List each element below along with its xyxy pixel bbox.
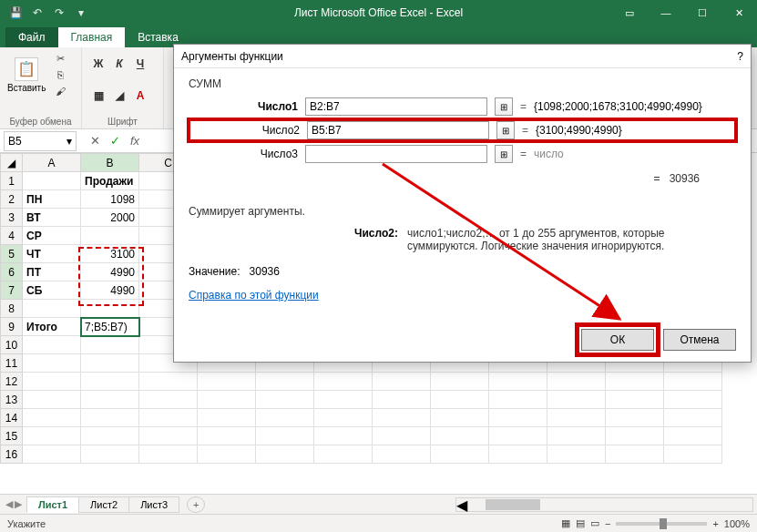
row-header-6[interactable]: 6	[1, 263, 23, 281]
dialog-help-icon[interactable]: ?	[737, 50, 743, 63]
col-header-b[interactable]: B	[81, 154, 139, 172]
save-icon[interactable]: 💾	[7, 5, 24, 21]
row-header-7[interactable]: 7	[1, 281, 23, 300]
minimize-icon[interactable]: —	[648, 0, 684, 26]
scrollbar-thumb[interactable]	[486, 499, 540, 510]
view-normal-icon[interactable]: ▦	[561, 517, 570, 529]
cell[interactable]	[23, 373, 81, 391]
row-header-8[interactable]: 8	[1, 300, 23, 318]
row-header-10[interactable]: 10	[1, 336, 23, 354]
cell[interactable]	[489, 391, 547, 409]
row-header-11[interactable]: 11	[1, 354, 23, 373]
row-header-1[interactable]: 1	[1, 172, 23, 190]
cell[interactable]	[547, 409, 606, 427]
name-box[interactable]: B5 ▾	[4, 131, 77, 151]
view-break-icon[interactable]: ▭	[590, 517, 599, 529]
arg2-refedit-icon[interactable]: ⊞	[496, 121, 515, 139]
row-header-2[interactable]: 2	[1, 190, 23, 209]
cell[interactable]	[489, 373, 547, 391]
cell[interactable]	[606, 409, 664, 427]
help-link[interactable]: Справка по этой функции	[189, 289, 736, 302]
cell[interactable]	[664, 445, 722, 464]
cell[interactable]	[664, 409, 722, 427]
cell[interactable]	[314, 373, 373, 391]
fx-icon[interactable]: fx	[126, 132, 144, 150]
cell[interactable]	[606, 427, 664, 445]
arg3-refedit-icon[interactable]: ⊞	[495, 145, 513, 163]
cell[interactable]	[489, 427, 547, 445]
cell-a3[interactable]: ВТ	[23, 209, 81, 227]
cell[interactable]	[606, 391, 664, 409]
zoom-out-icon[interactable]: −	[605, 518, 610, 529]
cell[interactable]	[431, 373, 489, 391]
zoom-slider[interactable]	[616, 522, 707, 526]
row-header-14[interactable]: 14	[1, 409, 23, 427]
enter-formula-icon[interactable]: ✓	[106, 132, 124, 150]
cell-b7[interactable]: 4990	[81, 281, 139, 300]
cell-b2[interactable]: 1098	[81, 190, 139, 209]
row-header-13[interactable]: 13	[1, 391, 23, 409]
cell[interactable]	[664, 391, 722, 409]
row-header-9[interactable]: 9	[1, 318, 23, 336]
cell[interactable]	[139, 409, 198, 427]
view-layout-icon[interactable]: ▤	[576, 517, 585, 529]
cell[interactable]	[23, 427, 81, 445]
italic-button[interactable]: К	[110, 55, 128, 73]
cell[interactable]	[489, 445, 547, 464]
cell[interactable]	[547, 445, 606, 464]
border-icon[interactable]: ▦	[89, 87, 107, 105]
cell[interactable]	[81, 373, 139, 391]
sheet-tab-2[interactable]: Лист2	[78, 496, 129, 513]
ok-button[interactable]: ОК	[581, 329, 654, 351]
scroll-left-icon[interactable]: ◀	[456, 496, 467, 514]
cell[interactable]	[664, 373, 722, 391]
cell-a7[interactable]: СБ	[23, 281, 81, 300]
arg3-input[interactable]	[305, 145, 487, 163]
cell[interactable]	[664, 427, 722, 445]
cell[interactable]	[81, 427, 139, 445]
cancel-formula-icon[interactable]: ✕	[86, 132, 104, 150]
cell[interactable]	[23, 409, 81, 427]
cell[interactable]	[139, 391, 198, 409]
cell-b9[interactable]: 7;B5:B7)	[81, 318, 139, 336]
cell-a1[interactable]	[23, 172, 81, 190]
sheet-tab-1[interactable]: Лист1	[26, 496, 79, 513]
zoom-value[interactable]: 100%	[724, 518, 750, 529]
cell[interactable]	[23, 445, 81, 464]
cell[interactable]	[431, 409, 489, 427]
cell[interactable]	[81, 391, 139, 409]
add-sheet-button[interactable]: +	[187, 496, 205, 513]
copy-icon[interactable]: ⎘	[51, 67, 69, 82]
row-header-16[interactable]: 16	[1, 445, 23, 464]
cell[interactable]	[373, 409, 431, 427]
cell[interactable]	[373, 391, 431, 409]
cell[interactable]	[606, 373, 664, 391]
cell[interactable]	[489, 409, 547, 427]
cancel-button[interactable]: Отмена	[663, 329, 736, 351]
redo-icon[interactable]: ↷	[51, 5, 67, 21]
cell[interactable]	[139, 373, 198, 391]
cell[interactable]	[256, 427, 314, 445]
arg1-input[interactable]	[305, 97, 487, 116]
row-header-4[interactable]: 4	[1, 227, 23, 245]
cell-a2[interactable]: ПН	[23, 190, 81, 209]
fill-color-icon[interactable]: ◢	[110, 87, 128, 105]
tab-file[interactable]: Файл	[5, 27, 58, 47]
cell[interactable]	[373, 445, 431, 464]
tab-home[interactable]: Главная	[58, 27, 126, 47]
bold-button[interactable]: Ж	[89, 55, 107, 73]
cell[interactable]	[198, 427, 256, 445]
paste-button[interactable]: 📋 Вставить	[7, 57, 46, 93]
cell[interactable]	[23, 300, 81, 318]
format-painter-icon[interactable]: 🖌	[51, 84, 69, 98]
cell[interactable]	[81, 300, 139, 318]
cell[interactable]	[373, 427, 431, 445]
cell[interactable]	[198, 373, 256, 391]
cell[interactable]	[314, 427, 373, 445]
cell[interactable]	[23, 391, 81, 409]
cell[interactable]	[198, 391, 256, 409]
cell[interactable]	[431, 391, 489, 409]
cell[interactable]	[198, 445, 256, 464]
cell[interactable]	[547, 427, 606, 445]
cell[interactable]	[81, 445, 139, 464]
